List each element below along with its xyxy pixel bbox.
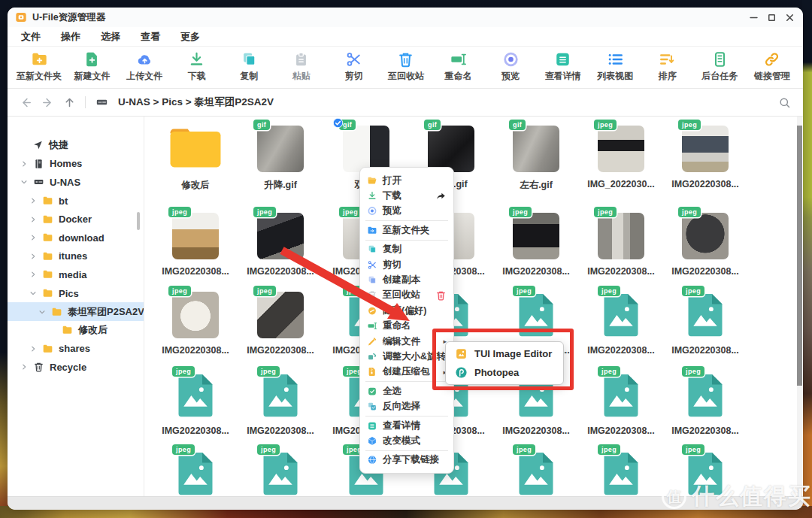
back-icon[interactable] xyxy=(20,96,32,109)
file-tile[interactable]: jpeg IMG20220308... xyxy=(666,125,744,189)
context-menu-item[interactable] xyxy=(365,381,448,382)
file-tile[interactable]: jpeg IMG20220308... xyxy=(582,371,660,436)
toolbar-button[interactable]: 查看详情 xyxy=(541,51,585,88)
chevron-icon[interactable] xyxy=(29,253,37,260)
toolbar-button[interactable]: 后台任务 xyxy=(698,51,741,88)
sidebar-item[interactable]: Recycle xyxy=(8,358,144,377)
file-tile[interactable]: jpeg IMG20220308... xyxy=(241,371,320,436)
toolbar-button[interactable]: 粘贴 xyxy=(280,51,323,88)
window-control-button[interactable] xyxy=(748,12,759,23)
chevron-icon[interactable] xyxy=(20,363,28,371)
context-menu-item[interactable] xyxy=(365,240,448,241)
file-tile[interactable]: jpeg xyxy=(156,450,235,496)
file-tile[interactable]: jpeg IMG20220308... xyxy=(666,291,744,356)
file-tile[interactable]: jpeg IMG20220308... xyxy=(156,291,235,356)
menu-item[interactable]: 更多 xyxy=(180,30,200,44)
search-icon[interactable] xyxy=(778,96,791,109)
window-control-button[interactable] xyxy=(766,12,777,23)
toolbar-button[interactable]: 排序 xyxy=(646,51,689,88)
window-control-button[interactable] xyxy=(784,12,795,23)
file-tile[interactable]: gif 升降.gif xyxy=(241,125,320,192)
chevron-icon[interactable] xyxy=(38,308,46,316)
toolbar-button[interactable]: 复制 xyxy=(227,51,271,88)
sidebar-item[interactable]: bt xyxy=(8,192,144,211)
file-tile[interactable]: jpeg IMG20220308... xyxy=(582,291,660,356)
context-menu-item[interactable]: 调整大小&旋转 xyxy=(360,349,453,364)
sidebar-item[interactable]: itunes xyxy=(8,247,144,266)
file-tile[interactable]: jpeg IMG_2022030... xyxy=(582,125,660,189)
toolbar-button[interactable]: 剪切 xyxy=(332,51,375,88)
context-menu-trailing-icon[interactable] xyxy=(435,290,447,301)
context-menu-item[interactable]: 至新文件夹 xyxy=(360,223,453,238)
file-tile[interactable]: jpeg IMG20220308... xyxy=(582,212,660,277)
toolbar-button[interactable]: 链接管理 xyxy=(750,51,794,88)
up-icon[interactable] xyxy=(63,96,76,109)
file-tile[interactable]: jpeg xyxy=(666,450,744,496)
context-menu-item[interactable] xyxy=(365,220,448,221)
toolbar-button[interactable]: 预览 xyxy=(489,51,532,88)
menu-item[interactable]: 查看 xyxy=(141,30,160,44)
context-menu-item[interactable]: 预览 xyxy=(360,204,453,219)
context-menu-item[interactable]: 创建压缩包 ▸ xyxy=(360,365,453,380)
chevron-icon[interactable] xyxy=(29,345,37,353)
file-tile[interactable]: jpeg IMG20220308... xyxy=(241,291,320,356)
sidebar-scrollbar-thumb[interactable] xyxy=(137,212,140,230)
file-tile[interactable]: jpeg xyxy=(582,450,660,496)
menu-item[interactable]: 操作 xyxy=(61,30,80,44)
context-menu-item[interactable]: 分享下载链接 xyxy=(360,453,453,468)
toolbar-button[interactable]: 下载 xyxy=(175,51,219,88)
context-menu-item[interactable]: 至回收站 xyxy=(360,288,453,303)
context-menu-item[interactable]: 改变模式 xyxy=(360,433,453,448)
context-menu-item[interactable] xyxy=(365,450,448,451)
context-menu-item[interactable]: 下载 xyxy=(360,188,453,203)
sidebar-item[interactable]: download xyxy=(8,229,144,247)
submenu-item[interactable]: Photopea xyxy=(446,363,563,382)
context-menu-item[interactable]: 隐藏(偏好) xyxy=(360,303,453,318)
sidebar-item[interactable]: Docker xyxy=(8,210,144,229)
menu-item[interactable]: 文件 xyxy=(21,30,41,44)
toolbar-button[interactable]: 上传文件 xyxy=(123,51,166,88)
chevron-icon[interactable] xyxy=(29,289,37,297)
content-scrollbar-thumb[interactable] xyxy=(797,126,802,386)
sidebar-item[interactable]: U-NAS xyxy=(8,173,144,192)
toolbar-button[interactable]: 列表视图 xyxy=(593,51,637,88)
file-tile[interactable]: jpeg IMG20220308... xyxy=(666,371,744,436)
chevron-icon[interactable] xyxy=(29,197,37,204)
context-menu-item[interactable]: 创建副本 xyxy=(360,272,453,287)
context-menu-item[interactable]: 编辑文件 ▸ xyxy=(360,334,453,349)
chevron-icon[interactable] xyxy=(29,271,37,278)
context-menu-item[interactable]: 打开 xyxy=(360,173,453,188)
context-menu-item[interactable]: 复制 xyxy=(360,242,453,257)
menu-item[interactable]: 选择 xyxy=(101,30,120,44)
breadcrumb[interactable]: U-NAS > Pics > 泰坦军团P2SA2V xyxy=(118,95,274,109)
context-menu-item[interactable]: 剪切 xyxy=(360,257,453,272)
sidebar-item[interactable]: 修改后 xyxy=(8,321,144,340)
context-menu-item[interactable]: 查看详情 xyxy=(360,418,453,433)
file-tile[interactable]: jpeg IMG20220308... xyxy=(666,212,744,277)
toolbar-button[interactable]: 新建文件 xyxy=(71,51,114,88)
file-tile[interactable]: jpeg xyxy=(241,450,320,496)
toolbar-button[interactable]: 至新文件夹 xyxy=(17,51,62,88)
file-tile[interactable]: jpeg IMG20220308... xyxy=(156,212,235,277)
sidebar-item[interactable]: 泰坦军团P2SA2V xyxy=(8,302,144,321)
sidebar-item[interactable]: shares xyxy=(8,340,144,359)
context-menu-item[interactable] xyxy=(365,416,448,417)
toolbar-button[interactable]: 至回收站 xyxy=(384,51,428,88)
file-tile[interactable]: jpeg IMG20220308... xyxy=(156,371,235,436)
sidebar-item[interactable]: 快捷 xyxy=(8,136,144,155)
chevron-icon[interactable] xyxy=(20,178,28,186)
chevron-icon[interactable] xyxy=(29,234,37,241)
context-menu-item[interactable]: 全选 xyxy=(360,383,453,398)
file-tile[interactable]: jpeg IMG20220308... xyxy=(241,212,320,277)
context-menu-item[interactable]: 重命名 xyxy=(360,319,453,334)
chevron-icon[interactable] xyxy=(29,216,37,223)
context-menu-item[interactable]: 反向选择 xyxy=(360,398,453,413)
context-menu-trailing-icon[interactable] xyxy=(435,191,447,201)
file-tile[interactable]: gif 左右.gif xyxy=(497,125,575,192)
file-tile[interactable]: jpeg IMG20220308... xyxy=(497,212,575,277)
file-tile[interactable]: jpeg xyxy=(497,450,575,496)
sidebar-item[interactable]: media xyxy=(8,265,144,284)
chevron-icon[interactable] xyxy=(20,160,28,168)
sidebar-item[interactable]: Pics xyxy=(8,284,144,303)
submenu-item[interactable]: TUI Image Editor xyxy=(446,344,563,363)
